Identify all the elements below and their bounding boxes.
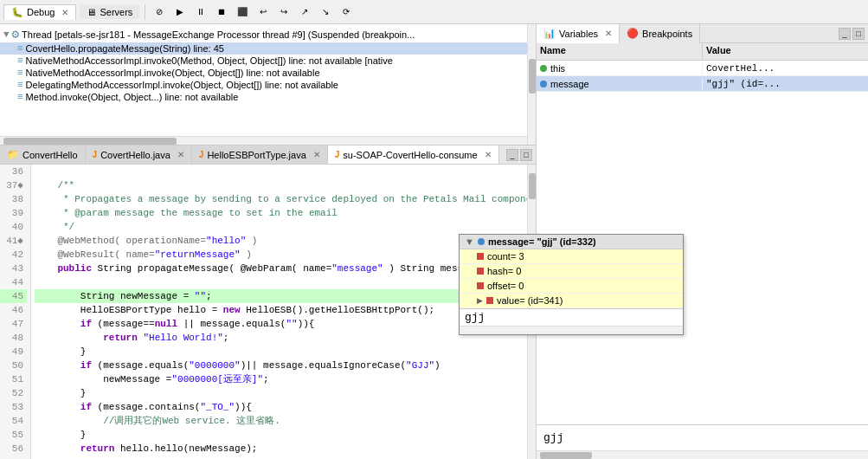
thread-item-0[interactable]: ▼ ⚙ Thread [petals-se-jsr181 - MessageEx… xyxy=(0,26,536,42)
servers-icon: 🖥 xyxy=(87,7,96,17)
popup-row-value[interactable]: ▶ value= (id=341) xyxy=(460,294,683,308)
toolbar-btn-stepinto[interactable]: ↩ xyxy=(254,3,272,21)
tab-debug[interactable]: 🐛 Debug ✕ xyxy=(3,4,76,20)
thread-stack-list: ▼ ⚙ Thread [petals-se-jsr181 - MessageEx… xyxy=(0,24,536,145)
toolbar-btn-drop[interactable]: ↘ xyxy=(317,3,334,21)
line-41: @WebMethod( operationName="hello" ) xyxy=(35,234,524,248)
tab-su-soap[interactable]: J su-SOAP-CovertHello-consume ✕ xyxy=(328,145,499,165)
popup-row-offset[interactable]: offset= 0 xyxy=(460,279,683,294)
main-toolbar: 🐛 Debug ✕ 🖥 Servers ⊘ ▶ ⏸ ⏹ ⬛ ↩ ↪ ↗ ↘ ⟳ xyxy=(0,0,868,24)
ln-45: 45 xyxy=(0,289,27,303)
line-39: * @param message the message to set in t… xyxy=(35,206,524,220)
popup-row-count[interactable]: count= 3 xyxy=(460,249,683,264)
popup-bottom-value: gjj xyxy=(460,308,683,326)
stack-icon-0: ≡ xyxy=(17,43,23,54)
line-53: if (message.contains("_TO_")){ xyxy=(35,400,524,414)
stack-item-0[interactable]: ≡ CovertHello.propagateMessage(String) l… xyxy=(0,42,536,55)
ln-53: 53 xyxy=(0,400,27,414)
tab-breakpoints[interactable]: 🔴 Breakpoints xyxy=(620,24,700,43)
this-dot xyxy=(540,65,547,72)
tab-converthello[interactable]: 📁 ConvertHello xyxy=(0,145,86,165)
code-content[interactable]: /** * Propagates a message by sending to… xyxy=(31,165,527,459)
tab-variables[interactable]: 📊 Variables ✕ xyxy=(537,24,620,43)
toolbar-divider-1 xyxy=(145,4,145,20)
line-49: } xyxy=(35,345,524,359)
minimize-var-btn[interactable]: _ xyxy=(839,28,851,40)
toolbar-btn-resume[interactable]: ▶ xyxy=(171,3,189,21)
su-soap-close[interactable]: ✕ xyxy=(485,150,492,159)
minimize-editor-btn[interactable]: _ xyxy=(506,149,518,161)
this-name-label: this xyxy=(550,63,565,74)
popup-dot xyxy=(478,238,485,245)
ln-55: 55 xyxy=(0,428,27,442)
debug-hscroll[interactable] xyxy=(0,136,527,145)
toolbar-btn-stepreturn[interactable]: ↗ xyxy=(296,3,313,21)
folder-icon: 📁 xyxy=(7,149,19,160)
line-56: return hello.hello(newMessage); xyxy=(35,442,524,456)
var-hscroll[interactable] xyxy=(537,450,868,459)
coverthello-java-close[interactable]: ✕ xyxy=(177,150,184,159)
maximize-var-btn[interactable]: □ xyxy=(852,28,865,40)
line-51: newMessage ="0000000[远至亲]"; xyxy=(35,372,524,386)
variables-tab-close[interactable]: ✕ xyxy=(605,29,612,38)
var-value-message: "gjj" (id=... xyxy=(703,78,868,90)
tab-helloesb-java[interactable]: J HelloESBPortType.java ✕ xyxy=(192,145,328,165)
stack-item-2[interactable]: ≡ NativeMethodAccessorImpl.invoke(Object… xyxy=(0,67,536,79)
var-col-name-header: Name xyxy=(537,43,703,60)
debug-vscroll[interactable] xyxy=(527,24,536,145)
tab-servers[interactable]: 🖥 Servers xyxy=(80,5,139,19)
var-popup: ▼ message= "gjj" (id=332) count= 3 hash=… xyxy=(459,234,684,335)
ln-50: 50 xyxy=(0,359,27,372)
stack-icon-4: ≡ xyxy=(17,92,23,102)
su-soap-label: su-SOAP-CovertHello-consume xyxy=(343,150,477,160)
line-57 xyxy=(35,456,524,459)
var-row-this[interactable]: this CovertHel... xyxy=(537,61,868,76)
line-55: } xyxy=(35,428,524,442)
breakpoints-icon: 🔴 xyxy=(627,28,639,39)
code-tab-controls: _ □ xyxy=(506,149,536,161)
stack-item-3[interactable]: ≡ DelegatingMethodAccessorImpl.invoke(Ob… xyxy=(0,79,536,91)
toolbar-btn-stepover[interactable]: ↪ xyxy=(275,3,293,21)
ln-44: 44 xyxy=(0,275,27,289)
maximize-editor-btn[interactable]: □ xyxy=(520,149,532,161)
debug-tree[interactable]: ▼ ⚙ Thread [petals-se-jsr181 - MessageEx… xyxy=(0,24,536,145)
stack-label-0: CovertHello.propagateMessage(String) lin… xyxy=(26,43,224,54)
ln-51: 51 xyxy=(0,372,27,386)
stack-icon-3: ≡ xyxy=(17,80,23,90)
debug-tab-close[interactable]: ✕ xyxy=(61,8,68,17)
line-54: //调用其它的Web service. 这里省略. xyxy=(35,414,524,428)
toolbar-btn-stop[interactable]: ⏹ xyxy=(213,3,230,21)
ln-54: 54 xyxy=(0,414,27,428)
helloesb-java-close[interactable]: ✕ xyxy=(313,150,320,159)
ln-49: 49 xyxy=(0,345,27,359)
stack-item-1[interactable]: ≡ NativeMethodAccessorImpl.invoke0(Metho… xyxy=(0,55,536,67)
var-table-header: Name Value xyxy=(537,43,868,61)
stack-item-4[interactable]: ≡ Method.invoke(Object, Object...) line:… xyxy=(0,91,536,103)
debug-tab-label: Debug xyxy=(27,7,55,17)
toolbar-btn-1[interactable]: ⊘ xyxy=(151,3,168,21)
line-38: * Propagates a message by sending to a s… xyxy=(35,192,524,206)
popup-expand-icon: ▼ xyxy=(465,236,474,247)
popup-hash-sq xyxy=(477,268,484,275)
ln-52: 52 xyxy=(0,386,27,400)
popup-offset-label: offset= 0 xyxy=(487,281,524,291)
toolbar-btn-disconnect[interactable]: ⬛ xyxy=(234,3,251,21)
line-46: HelloESBPortType hello = new HelloESB().… xyxy=(35,303,524,317)
message-name-label: message xyxy=(550,79,589,89)
tab-coverthello-java[interactable]: J CovertHello.java ✕ xyxy=(86,145,192,165)
toolbar-btn-suspend[interactable]: ⏸ xyxy=(192,3,209,21)
var-hscroll-thumb xyxy=(540,452,592,459)
code-editor: 36 37◆ 38 39 40 41◆ 42 43 44 45 46 47 48… xyxy=(0,165,536,459)
stack-icon-1: ≡ xyxy=(17,55,23,66)
ln-38: 38 xyxy=(0,192,27,206)
popup-row-hash[interactable]: hash= 0 xyxy=(460,264,683,279)
line-45: String newMessage = ""; xyxy=(35,289,524,303)
converthello-tab-label: ConvertHello xyxy=(23,150,78,160)
toolbar-btn-run[interactable]: ⟳ xyxy=(338,3,355,21)
editor-vscroll-thumb xyxy=(529,173,536,199)
popup-header: ▼ message= "gjj" (id=332) xyxy=(460,235,683,249)
ln-39: 39 xyxy=(0,206,27,220)
popup-hscroll[interactable] xyxy=(460,326,683,334)
var-row-message[interactable]: message "gjj" (id=... xyxy=(537,76,868,92)
left-panel: ▼ ⚙ Thread [petals-se-jsr181 - MessageEx… xyxy=(0,24,537,459)
